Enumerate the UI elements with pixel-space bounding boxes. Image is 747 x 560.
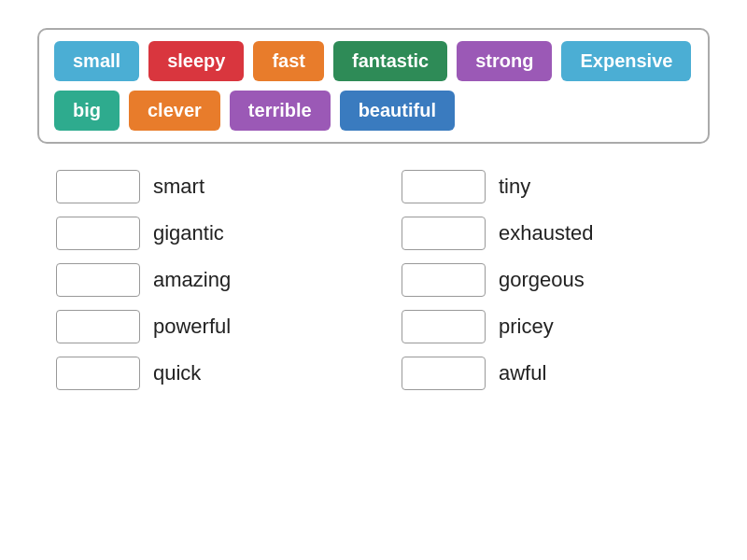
- chip-clever[interactable]: clever: [129, 91, 220, 131]
- match-row-left-0: smart: [56, 170, 345, 203]
- chip-expensive[interactable]: Expensive: [561, 41, 691, 81]
- chip-small[interactable]: small: [54, 41, 139, 81]
- chip-strong[interactable]: strong: [457, 41, 552, 81]
- drop-box-right-1[interactable]: [402, 217, 486, 250]
- match-label-left-0: smart: [153, 175, 204, 199]
- drop-box-right-2[interactable]: [402, 263, 486, 297]
- match-label-left-4: quick: [153, 361, 201, 385]
- chip-big[interactable]: big: [54, 91, 120, 131]
- match-row-right-4: awful: [402, 357, 691, 390]
- match-area: smarttinygiganticexhaustedamazinggorgeou…: [37, 170, 710, 390]
- match-label-right-4: awful: [499, 361, 546, 385]
- drop-box-right-3[interactable]: [402, 310, 486, 343]
- match-row-right-2: gorgeous: [402, 263, 691, 297]
- word-bank: smallsleepyfastfantasticstrongExpensiveb…: [37, 28, 710, 144]
- match-label-left-2: amazing: [153, 268, 231, 292]
- chip-fast[interactable]: fast: [253, 41, 324, 81]
- drop-box-right-0[interactable]: [402, 170, 486, 203]
- drop-box-left-2[interactable]: [56, 263, 140, 297]
- chip-terrible[interactable]: terrible: [230, 91, 331, 131]
- drop-box-left-0[interactable]: [56, 170, 140, 203]
- match-row-left-1: gigantic: [56, 217, 345, 250]
- chip-sleepy[interactable]: sleepy: [148, 41, 244, 81]
- match-label-left-3: powerful: [153, 315, 231, 339]
- match-label-left-1: gigantic: [153, 221, 224, 245]
- drop-box-left-3[interactable]: [56, 310, 140, 343]
- match-row-right-3: pricey: [402, 310, 691, 343]
- match-label-right-0: tiny: [499, 175, 530, 199]
- match-row-right-1: exhausted: [402, 217, 691, 250]
- match-label-right-2: gorgeous: [499, 268, 585, 292]
- chip-fantastic[interactable]: fantastic: [333, 41, 447, 81]
- match-row-left-4: quick: [56, 357, 345, 390]
- match-label-right-1: exhausted: [499, 221, 594, 245]
- match-label-right-3: pricey: [499, 315, 554, 339]
- match-row-left-3: powerful: [56, 310, 345, 343]
- drop-box-right-4[interactable]: [402, 357, 486, 390]
- drop-box-left-4[interactable]: [56, 357, 140, 390]
- chip-beautiful[interactable]: beautiful: [340, 91, 455, 131]
- match-row-left-2: amazing: [56, 263, 345, 297]
- drop-box-left-1[interactable]: [56, 217, 140, 250]
- match-row-right-0: tiny: [402, 170, 691, 203]
